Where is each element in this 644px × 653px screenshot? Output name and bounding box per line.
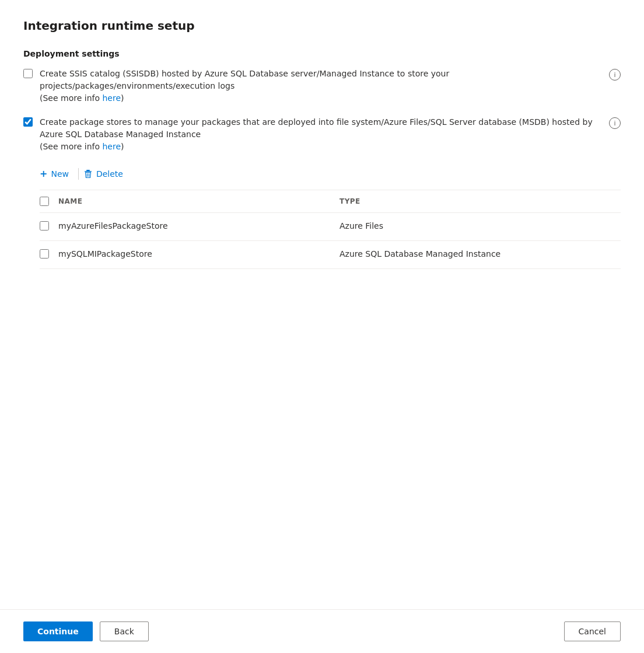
footer-left-buttons: Continue Back [23, 621, 149, 641]
table-row: myAzureFilesPackageStore Azure Files [40, 213, 621, 241]
continue-button[interactable]: Continue [23, 621, 93, 641]
row2-checkbox-cell[interactable] [40, 241, 58, 268]
new-button[interactable]: + New [40, 165, 74, 183]
header-checkbox-cell[interactable] [40, 195, 58, 208]
package-stores-toolbar: + New Delete [40, 165, 621, 183]
row1-checkbox-cell[interactable] [40, 213, 58, 240]
section-title: Deployment settings [23, 49, 621, 58]
ssisdb-info-icon[interactable]: i [609, 69, 621, 81]
cancel-button[interactable]: Cancel [564, 621, 621, 641]
row2-type: Azure SQL Database Managed Instance [340, 241, 621, 268]
table-row: mySQLMIPackageStore Azure SQL Database M… [40, 241, 621, 269]
deployment-settings-section: Deployment settings Create SSIS catalog … [23, 49, 621, 269]
package-stores-checkbox-row: Create package stores to manage your pac… [23, 116, 621, 153]
svg-rect-0 [86, 170, 90, 171]
delete-button-label: Delete [96, 169, 123, 179]
select-all-checkbox[interactable] [40, 197, 49, 206]
col-header-name: NAME [58, 195, 340, 208]
back-button[interactable]: Back [100, 621, 149, 641]
row2-name: mySQLMIPackageStore [58, 241, 340, 268]
table-header: NAME TYPE [40, 190, 621, 213]
package-stores-checkbox-wrapper[interactable] [23, 117, 33, 128]
package-stores-checkbox[interactable] [23, 117, 33, 127]
delete-icon [83, 169, 93, 179]
delete-button[interactable]: Delete [83, 166, 128, 182]
row2-checkbox[interactable] [40, 249, 49, 259]
package-stores-here-link[interactable]: here [102, 142, 121, 151]
ssisdb-here-link[interactable]: here [102, 93, 121, 103]
plus-icon: + [40, 168, 47, 179]
toolbar-separator [78, 168, 79, 180]
col-header-type: TYPE [340, 195, 621, 208]
row1-type: Azure Files [340, 213, 621, 240]
package-stores-checkbox-text: Create package stores to manage your pac… [40, 116, 600, 153]
package-stores-table: NAME TYPE myAzureFilesPackageStore Azure… [40, 190, 621, 269]
page-title: Integration runtime setup [23, 19, 621, 33]
new-button-label: New [51, 169, 69, 179]
svg-rect-1 [85, 171, 92, 172]
ssisdb-checkbox-row: Create SSIS catalog (SSISDB) hosted by A… [23, 68, 621, 104]
ssisdb-checkbox[interactable] [23, 69, 33, 78]
footer: Continue Back Cancel [0, 609, 644, 653]
ssisdb-checkbox-text: Create SSIS catalog (SSISDB) hosted by A… [40, 68, 600, 104]
ssisdb-checkbox-wrapper[interactable] [23, 69, 33, 80]
row1-name: myAzureFilesPackageStore [58, 213, 340, 240]
package-stores-info-icon[interactable]: i [609, 117, 621, 129]
row1-checkbox[interactable] [40, 221, 49, 231]
